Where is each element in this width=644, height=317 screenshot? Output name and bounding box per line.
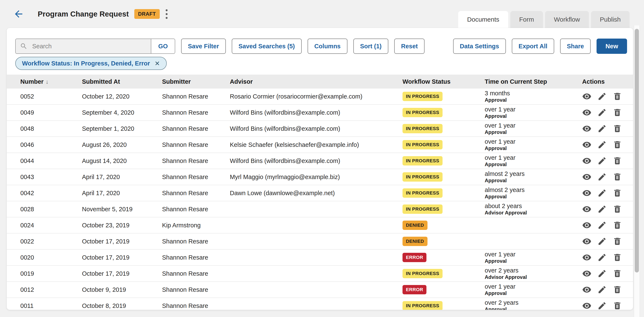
delete-icon[interactable] (613, 124, 622, 133)
edit-icon[interactable] (598, 156, 607, 166)
edit-icon[interactable] (598, 124, 607, 133)
view-icon[interactable] (582, 220, 592, 230)
workflow-status-badge: ERROR (402, 253, 426, 262)
tab-documents[interactable]: Documents (458, 11, 508, 28)
column-header-advisor[interactable]: Advisor (230, 78, 402, 85)
vertical-scrollbar-track[interactable] (634, 26, 640, 317)
go-button[interactable]: GO (151, 39, 175, 54)
submitted-at-cell: September 4, 2020 (82, 109, 162, 116)
edit-icon[interactable] (598, 220, 607, 230)
number-cell: 0028 (20, 206, 82, 213)
workflow-status-badge: IN PROGRESS (402, 172, 442, 182)
time-value: over 1 year (485, 122, 582, 129)
export-all-button[interactable]: Export All (512, 38, 554, 54)
submitter-cell: Shannon Resare (162, 302, 230, 309)
view-icon[interactable] (582, 108, 592, 117)
view-icon[interactable] (582, 156, 592, 166)
time-value: over 1 year (485, 283, 582, 290)
view-icon[interactable] (582, 253, 592, 262)
table-row: 0020 October 17, 2019 Shannon Resare ERR… (7, 250, 633, 266)
delete-icon[interactable] (613, 140, 622, 150)
submitted-at-cell: October 23, 2019 (82, 222, 162, 229)
submitted-at-cell: September 1, 2020 (82, 125, 162, 132)
delete-icon[interactable] (613, 108, 622, 117)
edit-icon[interactable] (598, 285, 607, 294)
view-icon[interactable] (582, 172, 592, 182)
search-input[interactable] (32, 42, 146, 50)
view-icon[interactable] (582, 124, 592, 133)
column-header-workflow-status[interactable]: Workflow Status (402, 78, 485, 85)
table-row: 0043 April 17, 2020 Shannon Resare Myrl … (7, 169, 633, 185)
edit-icon[interactable] (598, 301, 607, 310)
delete-icon[interactable] (613, 156, 622, 166)
filter-chip-close-icon[interactable]: ✕ (155, 60, 160, 67)
time-on-current-step-cell: almost 2 years Approval (485, 169, 582, 184)
delete-icon[interactable] (613, 188, 622, 198)
columns-button[interactable]: Columns (308, 38, 348, 54)
tab-publish[interactable]: Publish (591, 11, 630, 28)
time-on-current-step-cell: over 1 year Approval (485, 250, 582, 264)
view-icon[interactable] (582, 269, 592, 278)
workflow-status-cell: IN PROGRESS (402, 172, 485, 182)
edit-icon[interactable] (598, 204, 607, 214)
save-filter-button[interactable]: Save Filter (181, 38, 226, 54)
number-cell: 0020 (20, 254, 82, 261)
column-header-number[interactable]: Number↓ (20, 78, 82, 85)
back-arrow-icon[interactable] (13, 8, 24, 20)
tab-form[interactable]: Form (510, 11, 543, 28)
documents-panel: GO Save FilterSaved Searches (5)ColumnsS… (7, 28, 633, 310)
tab-workflow[interactable]: Workflow (545, 11, 589, 28)
advisor-cell: Wilford Bins (wilfordbins@example.com) (230, 109, 402, 116)
table-row: 0044 August 14, 2020 Shannon Resare Wilf… (7, 153, 633, 169)
delete-icon[interactable] (613, 172, 622, 182)
new-button[interactable]: New (596, 38, 627, 54)
number-cell: 0019 (20, 270, 82, 277)
delete-icon[interactable] (613, 301, 622, 310)
column-header-submitter[interactable]: Submitter (162, 78, 230, 85)
column-header-time-on-current-step[interactable]: Time on Current Step (485, 78, 582, 85)
top-bar: Program Change Request DRAFT DocumentsFo… (0, 0, 644, 28)
view-icon[interactable] (582, 285, 592, 294)
filter-chip[interactable]: Workflow Status: In Progress, Denied, Er… (15, 57, 167, 70)
actions-cell (582, 124, 628, 133)
table-row: 0024 October 23, 2019 Kip Armstrong DENI… (7, 218, 633, 234)
workflow-status-badge: IN PROGRESS (402, 188, 442, 198)
view-icon[interactable] (582, 140, 592, 150)
delete-icon[interactable] (613, 269, 622, 278)
view-icon[interactable] (582, 188, 592, 198)
data-settings-button[interactable]: Data Settings (453, 38, 506, 54)
reset-button[interactable]: Reset (394, 38, 424, 54)
vertical-scrollbar-thumb[interactable] (635, 29, 639, 272)
delete-icon[interactable] (613, 253, 622, 262)
edit-icon[interactable] (598, 269, 607, 278)
workflow-status-cell: ERROR (402, 253, 485, 262)
submitter-cell: Kip Armstrong (162, 222, 230, 229)
edit-icon[interactable] (598, 188, 607, 198)
view-icon[interactable] (582, 204, 592, 214)
submitted-at-cell: October 17, 2019 (82, 238, 162, 245)
share-button[interactable]: Share (560, 38, 591, 54)
step-name: Advisor Approval (485, 210, 582, 216)
edit-icon[interactable] (598, 92, 607, 101)
view-icon[interactable] (582, 237, 592, 246)
delete-icon[interactable] (613, 204, 622, 214)
view-icon[interactable] (582, 92, 592, 101)
saved-searches-5-button[interactable]: Saved Searches (5) (232, 38, 302, 54)
edit-icon[interactable] (598, 140, 607, 150)
sort-1-button[interactable]: Sort (1) (353, 38, 388, 54)
delete-icon[interactable] (613, 220, 622, 230)
edit-icon[interactable] (598, 237, 607, 246)
kebab-menu-icon[interactable] (164, 8, 169, 20)
edit-icon[interactable] (598, 253, 607, 262)
time-on-current-step-cell: over 1 year Approval (485, 121, 582, 136)
step-name: Approval (485, 145, 582, 152)
view-icon[interactable] (582, 301, 592, 310)
delete-icon[interactable] (613, 92, 622, 101)
workflow-status-badge: IN PROGRESS (402, 269, 442, 278)
edit-icon[interactable] (598, 108, 607, 117)
delete-icon[interactable] (613, 285, 622, 294)
column-header-submitted-at[interactable]: Submitted At (82, 78, 162, 85)
submitted-at-cell: October 17, 2019 (82, 270, 162, 277)
edit-icon[interactable] (598, 172, 607, 182)
delete-icon[interactable] (613, 237, 622, 246)
